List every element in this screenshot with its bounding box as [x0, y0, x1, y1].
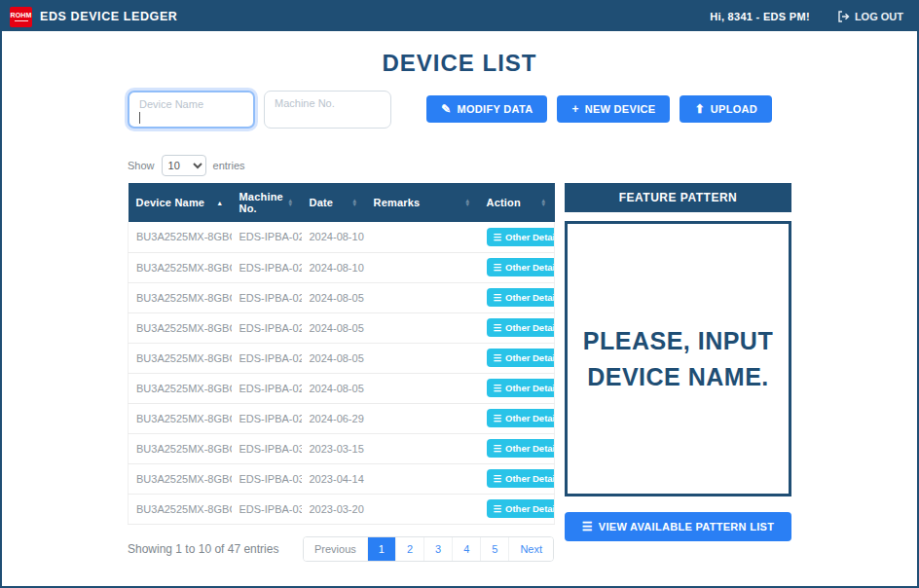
device-name-cell: BU3A2525MX-8GBQY: [129, 222, 232, 252]
upload-button[interactable]: ⬆ UPLOAD: [680, 95, 772, 123]
logout-button[interactable]: LOG OUT: [837, 11, 903, 22]
column-label: Machine No.: [239, 191, 285, 214]
machine-no-cell: EDS-IPBA-027: [232, 373, 302, 403]
header-row: Device Name▲Machine No.▲▼Date▲▼Remarks▲▼…: [129, 183, 555, 222]
pagination-page-5[interactable]: 5: [480, 537, 508, 561]
other-details-button[interactable]: ☰ Other Details: [487, 379, 555, 397]
entries-per-page-select[interactable]: 10: [162, 155, 206, 176]
pagination-page-3[interactable]: 3: [423, 537, 452, 561]
rohm-logo: ROHM: [10, 7, 32, 27]
other-details-label: Other Details: [505, 473, 554, 484]
date-cell: 2024-08-05: [302, 282, 366, 312]
column-label: Remarks: [374, 197, 421, 208]
feature-pattern-title: FEATURE PATTERN: [565, 183, 791, 212]
column-header-action[interactable]: Action▲▼: [479, 183, 555, 222]
page-title: DEVICE LIST: [2, 50, 917, 77]
remarks-cell: [366, 252, 479, 282]
list-icon: ☰: [494, 503, 502, 514]
machine-no-cell: EDS-IPBA-022: [232, 222, 302, 252]
column-header-machine-no-[interactable]: Machine No.▲▼: [232, 183, 302, 222]
upload-label: UPLOAD: [711, 103, 757, 115]
machine-no-cell: EDS-IPBA-025: [232, 312, 302, 343]
list-icon: ☰: [582, 521, 593, 533]
other-details-button[interactable]: ☰ Other Details: [487, 349, 555, 367]
machine-no-placeholder: Machine No.: [275, 97, 381, 109]
table-row[interactable]: BU3A2525MX-8GBQY EDS-IPBA-028 2024-06-29…: [129, 403, 555, 433]
column-header-remarks[interactable]: Remarks▲▼: [366, 183, 479, 222]
device-table: Device Name▲Machine No.▲▼Date▲▼Remarks▲▼…: [128, 183, 555, 525]
feature-pattern-box: PLEASE, INPUT DEVICE NAME.: [565, 221, 791, 496]
other-details-button[interactable]: ☰ Other Details: [487, 288, 555, 307]
other-details-button[interactable]: ☰ Other Details: [487, 228, 555, 246]
table-row[interactable]: BU3A2525MX-8GBQY EDS-IPBA-025 2024-08-05…: [129, 312, 555, 343]
remarks-cell: [366, 403, 479, 433]
device-name-cell: BU3A2525MX-8GBQY: [129, 282, 232, 312]
column-label: Device Name: [136, 197, 205, 208]
date-cell: 2024-08-05: [302, 312, 366, 343]
date-cell: 2023-03-20: [302, 494, 366, 524]
table-row[interactable]: BU3A2525MX-8GBQY EDS-IPBA-027 2024-08-05…: [129, 373, 555, 403]
view-pattern-list-label: VIEW AVAILABLE PATTERN LIST: [599, 521, 774, 533]
other-details-button[interactable]: ☰ Other Details: [487, 439, 555, 458]
remarks-cell: [366, 373, 479, 403]
machine-no-cell: EDS-IPBA-033: [232, 494, 302, 524]
device-name-cell: BU3A2525MX-8GBQY: [129, 403, 232, 433]
other-details-button[interactable]: ☰ Other Details: [487, 318, 555, 337]
date-cell: 2024-06-29: [302, 403, 366, 433]
remarks-cell: [366, 494, 479, 524]
showing-entries-text: Showing 1 to 10 of 47 entries: [128, 542, 278, 556]
remarks-cell: [366, 343, 479, 373]
table-body: BU3A2525MX-8GBQY EDS-IPBA-022 2024-08-10…: [129, 222, 555, 524]
other-details-button[interactable]: ☰ Other Details: [487, 499, 555, 518]
view-pattern-list-button[interactable]: ☰ VIEW AVAILABLE PATTERN LIST: [565, 512, 791, 541]
column-label: Date: [310, 197, 334, 208]
table-row[interactable]: BU3A2525MX-8GBQY EDS-IPBA-024 2024-08-05…: [129, 282, 555, 312]
table-row[interactable]: BU3A2525MX-8GBQY EDS-IPBA-033 2023-03-20…: [129, 494, 555, 524]
machine-no-input[interactable]: Machine No.: [264, 91, 391, 129]
modify-data-button[interactable]: ✎ MODIFY DATA: [426, 95, 547, 123]
column-header-device-name[interactable]: Device Name▲: [129, 183, 232, 222]
show-entries-prefix: Show: [128, 160, 155, 171]
table-row[interactable]: BU3A2525MX-8GBQY EDS-IPBA-030 2023-03-15…: [129, 433, 555, 463]
pattern-placeholder-message: PLEASE, INPUT DEVICE NAME.: [583, 323, 773, 394]
other-details-button[interactable]: ☰ Other Details: [487, 409, 555, 427]
date-cell: 2023-03-15: [302, 433, 366, 463]
other-details-label: Other Details: [505, 322, 554, 333]
pencil-square-icon: ✎: [441, 103, 451, 115]
show-entries-row: Show 10 entries: [128, 155, 791, 176]
device-name-placeholder: Device Name: [139, 98, 243, 110]
table-row[interactable]: BU3A2525MX-8GBQY EDS-IPBA-023 2024-08-10…: [129, 252, 555, 282]
machine-no-cell: EDS-IPBA-023: [232, 252, 302, 282]
new-device-button[interactable]: + NEW DEVICE: [557, 95, 670, 123]
list-icon: ☰: [494, 262, 502, 273]
date-cell: 2023-04-14: [302, 463, 366, 494]
device-name-input[interactable]: Device Name: [128, 91, 255, 129]
other-details-button[interactable]: ☰ Other Details: [487, 469, 555, 488]
table-row[interactable]: BU3A2525MX-8GBQY EDS-IPBA-022 2024-08-10…: [129, 222, 555, 252]
show-entries-suffix: entries: [213, 160, 245, 171]
sort-arrows-icon: ▲▼: [351, 199, 357, 206]
pagination: Previous 12345 Next: [303, 536, 554, 562]
device-name-cell: BU3A2525MX-8GBQY: [129, 463, 232, 494]
remarks-cell: [366, 222, 479, 252]
other-details-label: Other Details: [505, 413, 554, 423]
pagination-page-1[interactable]: 1: [367, 537, 395, 561]
device-name-cell: BU3A2525MX-8GBQY: [129, 433, 232, 463]
sort-arrows-icon: ▲▼: [287, 199, 293, 206]
upload-icon: ⬆: [694, 103, 704, 115]
pagination-pages: 12345: [367, 537, 509, 561]
other-details-button[interactable]: ☰ Other Details: [487, 258, 555, 276]
sort-arrows-icon: ▲: [216, 200, 223, 206]
search-toolbar-row: Device Name Machine No. ✎ MODIFY DATA + …: [128, 91, 791, 129]
list-icon: ☰: [494, 322, 502, 333]
pagination-next[interactable]: Next: [508, 537, 553, 561]
machine-no-cell: EDS-IPBA-028: [232, 403, 302, 433]
machine-no-cell: EDS-IPBA-026: [232, 343, 302, 373]
table-row[interactable]: BU3A2525MX-8GBQY EDS-IPBA-032 2023-04-14…: [129, 463, 555, 494]
column-header-date[interactable]: Date▲▼: [302, 183, 366, 222]
pagination-page-2[interactable]: 2: [395, 537, 423, 561]
list-icon: ☰: [494, 292, 502, 303]
pagination-page-4[interactable]: 4: [452, 537, 480, 561]
table-row[interactable]: BU3A2525MX-8GBQY EDS-IPBA-026 2024-08-05…: [129, 343, 555, 373]
pagination-previous[interactable]: Previous: [304, 537, 367, 561]
